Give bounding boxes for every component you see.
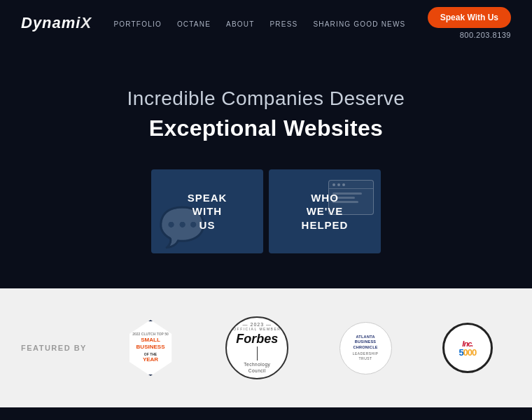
who-helped-card[interactable]: WHOWE'VEHELPED <box>269 169 381 253</box>
abc-title: ATLANTABUSINESSCHRONICLE <box>353 335 377 349</box>
who-card-label: WHOWE'VEHELPED <box>302 191 349 232</box>
abc-sub: LEADERSHIPTRUST <box>353 351 379 361</box>
navbar: DynamiX PORTFOLIO OCTANE ABOUT PRESS SHA… <box>0 0 532 46</box>
nav-sharing[interactable]: SHARING GOOD NEWS <box>313 20 405 28</box>
inc-5000-number: 5000 <box>458 348 476 357</box>
phone-number: 800.203.8139 <box>460 31 511 39</box>
clutch-badge: 2022 CLUTCH TOP 50 SMALLBUSINESS OF THE … <box>126 320 175 376</box>
hero-subtitle: Incredible Companies Deserve <box>21 88 511 110</box>
nav-links: PORTFOLIO OCTANE ABOUT PRESS SHARING GOO… <box>113 17 405 29</box>
forbes-year: — 2023 — <box>243 322 272 327</box>
cta-cards: SPEAKWITHUS WHOWE'VEHELPED <box>21 169 511 253</box>
forbes-member: OFFICIAL MEMBER <box>233 327 281 331</box>
forbes-name: Forbes <box>236 332 278 345</box>
speak-with-us-card[interactable]: SPEAKWITHUS <box>151 169 263 253</box>
nav-about[interactable]: ABOUT <box>226 20 254 28</box>
nav-press[interactable]: PRESS <box>270 20 298 28</box>
hero-section: Incredible Companies Deserve Exceptional… <box>0 46 532 288</box>
forbes-badge: — 2023 — OFFICIAL MEMBER Forbes Technolo… <box>225 316 288 379</box>
speak-with-us-button[interactable]: Speak With Us <box>428 7 511 28</box>
speak-card-label: SPEAKWITHUS <box>188 191 227 232</box>
logo[interactable]: DynamiX <box>21 14 92 32</box>
hero-title: Exceptional Websites <box>21 115 511 141</box>
nav-portfolio[interactable]: PORTFOLIO <box>113 20 161 28</box>
featured-label: FEATURED BY <box>21 344 87 352</box>
abc-badge: ATLANTABUSINESSCHRONICLE LEADERSHIPTRUST <box>340 322 392 374</box>
inc5000-badge: Inc. 5000 <box>442 323 493 373</box>
forbes-divider <box>257 346 258 360</box>
badges: 2022 CLUTCH TOP 50 SMALLBUSINESS OF THE … <box>108 316 511 379</box>
nav-right: Speak With Us 800.203.8139 <box>428 7 511 39</box>
forbes-sub: TechnologyCouncil <box>244 362 270 374</box>
featured-section: FEATURED BY 2022 CLUTCH TOP 50 SMALLBUSI… <box>0 288 532 407</box>
nav-octane[interactable]: OCTANE <box>177 20 211 28</box>
